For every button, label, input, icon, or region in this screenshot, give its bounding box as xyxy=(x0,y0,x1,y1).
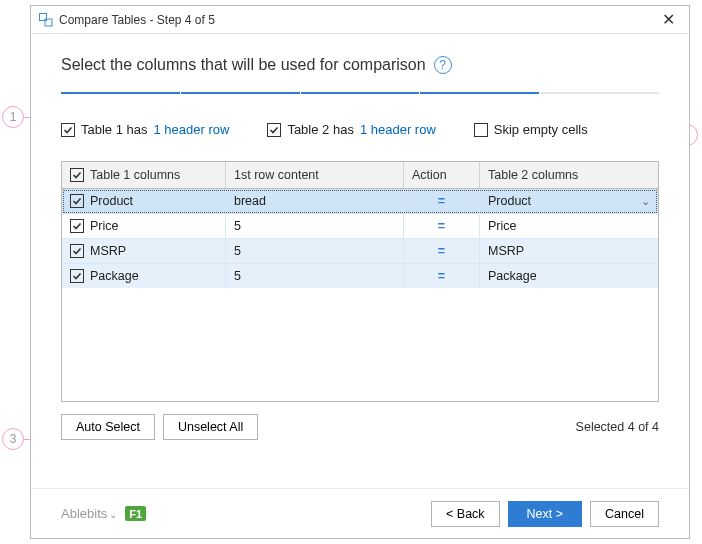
f1-help-button[interactable]: F1 xyxy=(125,506,146,521)
table2-dropdown[interactable]: Product⌄ xyxy=(480,189,658,213)
grid-row[interactable]: Price 5 = Price xyxy=(62,214,658,239)
checkmark-icon xyxy=(70,168,84,182)
checkbox-table2-header[interactable]: Table 2 has 1 header row xyxy=(267,122,435,137)
columns-grid: Table 1 columns 1st row content Action T… xyxy=(61,161,659,402)
grid-header-firstrow[interactable]: 1st row content xyxy=(226,162,404,188)
checkbox-skip-empty[interactable]: Skip empty cells xyxy=(474,122,588,137)
callout-3: 3 xyxy=(2,428,24,450)
equals-icon: = xyxy=(404,214,480,238)
table2-dropdown[interactable]: Package xyxy=(480,264,658,288)
equals-icon: = xyxy=(404,189,480,213)
dialog-compare-tables: Compare Tables - Step 4 of 5 ✕ Select th… xyxy=(30,5,690,539)
checkmark-icon xyxy=(474,123,488,137)
checkbox-table1-label: Table 1 has xyxy=(81,122,148,137)
equals-icon: = xyxy=(404,264,480,288)
auto-select-button[interactable]: Auto Select xyxy=(61,414,155,440)
compare-tables-icon xyxy=(39,13,53,27)
checkmark-icon xyxy=(70,194,84,208)
equals-icon: = xyxy=(404,239,480,263)
checkmark-icon xyxy=(61,123,75,137)
grid-row[interactable]: Package 5 = Package xyxy=(62,264,658,288)
unselect-all-button[interactable]: Unselect All xyxy=(163,414,258,440)
title-text: Compare Tables - Step 4 of 5 xyxy=(59,13,215,27)
grid-row[interactable]: MSRP 5 = MSRP xyxy=(62,239,658,264)
table2-dropdown[interactable]: MSRP xyxy=(480,239,658,263)
grid-header-table2[interactable]: Table 2 columns xyxy=(480,162,658,188)
cancel-button[interactable]: Cancel xyxy=(590,501,659,527)
checkbox-skip-label: Skip empty cells xyxy=(494,122,588,137)
checkbox-table1-header[interactable]: Table 1 has 1 header row xyxy=(61,122,229,137)
grid-row[interactable]: Product bread = Product⌄ xyxy=(62,189,658,214)
brand-menu[interactable]: Ablebits⌄ xyxy=(61,506,117,521)
checkmark-icon xyxy=(267,123,281,137)
checkmark-icon xyxy=(70,244,84,258)
table1-header-link[interactable]: 1 header row xyxy=(154,122,230,137)
checkbox-table2-label: Table 2 has xyxy=(287,122,354,137)
titlebar: Compare Tables - Step 4 of 5 ✕ xyxy=(31,6,689,34)
callout-1: 1 xyxy=(2,106,24,128)
chevron-down-icon: ⌄ xyxy=(641,195,650,208)
checkmark-icon xyxy=(70,219,84,233)
grid-header: Table 1 columns 1st row content Action T… xyxy=(62,162,658,189)
checkmark-icon xyxy=(70,269,84,283)
close-button[interactable]: ✕ xyxy=(656,10,681,29)
table2-dropdown[interactable]: Price xyxy=(480,214,658,238)
help-icon[interactable]: ? xyxy=(434,56,452,74)
table2-header-link[interactable]: 1 header row xyxy=(360,122,436,137)
next-button[interactable]: Next > xyxy=(508,501,582,527)
back-button[interactable]: < Back xyxy=(431,501,500,527)
grid-header-action[interactable]: Action xyxy=(404,162,480,188)
selected-count: Selected 4 of 4 xyxy=(576,420,659,434)
wizard-progress xyxy=(61,92,659,94)
chevron-down-icon: ⌄ xyxy=(109,509,117,520)
page-heading: Select the columns that will be used for… xyxy=(61,56,426,74)
grid-header-table1[interactable]: Table 1 columns xyxy=(62,162,226,188)
